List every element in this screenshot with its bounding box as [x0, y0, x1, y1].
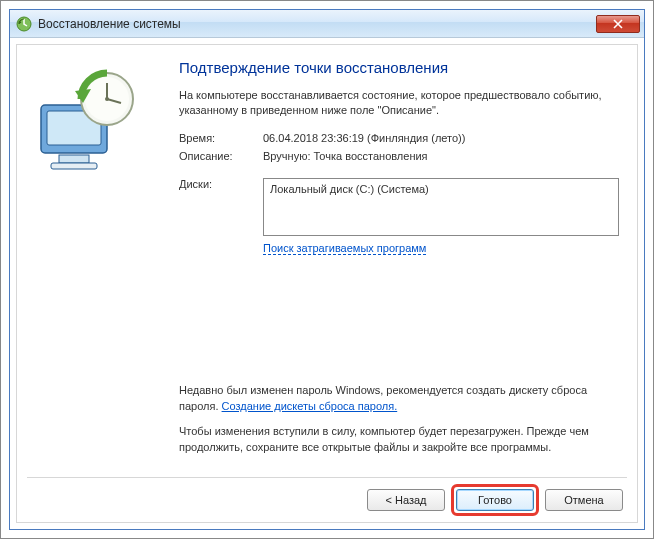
svg-rect-3	[59, 155, 89, 163]
disks-container: Локальный диск (C:) (Система) Поиск затр…	[263, 178, 619, 254]
close-button[interactable]	[596, 15, 640, 33]
outer-frame: Восстановление системы	[0, 0, 654, 539]
back-button[interactable]: < Назад	[367, 489, 445, 511]
window-title: Восстановление системы	[38, 17, 596, 31]
close-icon	[613, 19, 623, 29]
time-label: Время:	[179, 132, 263, 144]
password-reset-disk-link[interactable]: Создание дискеты сброса пароля.	[222, 400, 398, 412]
restart-note: Чтобы изменения вступили в силу, компьют…	[179, 424, 619, 455]
time-row: Время: 06.04.2018 23:36:19 (Финляндия (л…	[179, 132, 619, 144]
description-label: Описание:	[179, 150, 263, 162]
description-text: На компьютере восстанавливается состояни…	[179, 88, 619, 118]
time-value: 06.04.2018 23:36:19 (Финляндия (лето))	[263, 132, 619, 144]
description-row: Описание: Вручную: Точка восстановления	[179, 150, 619, 162]
disks-label: Диски:	[179, 178, 263, 190]
svg-point-9	[105, 97, 109, 101]
disks-row: Диски: Локальный диск (C:) (Система) Пои…	[179, 178, 619, 254]
password-note: Недавно был изменен пароль Windows, реко…	[179, 383, 619, 414]
system-restore-icon	[16, 16, 32, 32]
titlebar: Восстановление системы	[10, 10, 644, 38]
description-value: Вручную: Точка восстановления	[263, 150, 619, 162]
scan-affected-programs-link[interactable]: Поиск затрагиваемых программ	[263, 242, 426, 255]
main-column: Подтверждение точки восстановления На ко…	[179, 59, 619, 465]
wizard-image-column	[29, 59, 179, 465]
content-area: Подтверждение точки восстановления На ко…	[17, 45, 637, 473]
system-restore-image	[29, 69, 149, 179]
dialog-window: Восстановление системы	[9, 9, 645, 530]
bottom-notes: Недавно был изменен пароль Windows, реко…	[179, 383, 619, 465]
disks-listbox[interactable]: Локальный диск (C:) (Система)	[263, 178, 619, 236]
disk-item: Локальный диск (C:) (Система)	[270, 183, 429, 195]
page-heading: Подтверждение точки восстановления	[179, 59, 619, 76]
svg-rect-4	[51, 163, 97, 169]
finish-button-highlight: Готово	[451, 484, 539, 516]
finish-button[interactable]: Готово	[456, 489, 534, 511]
client-area: Подтверждение точки восстановления На ко…	[16, 44, 638, 523]
button-bar: < Назад Готово Отмена	[17, 478, 637, 522]
cancel-button[interactable]: Отмена	[545, 489, 623, 511]
